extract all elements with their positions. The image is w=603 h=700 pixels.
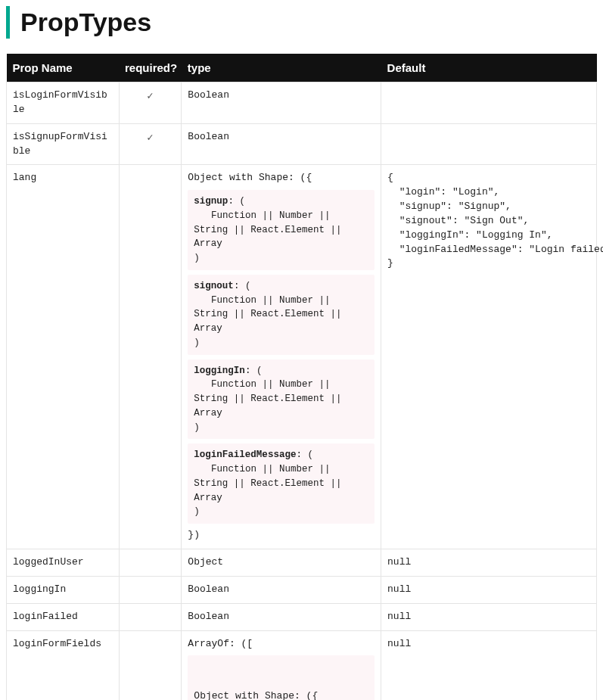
prop-default: null	[381, 549, 597, 577]
inner-shape-header: Object with Shape: ({	[194, 689, 368, 700]
table-row: loginFailed Boolean null	[7, 603, 597, 630]
prop-default	[381, 82, 597, 124]
prop-default: { "login": "Login", "signup": "Signup", …	[381, 165, 597, 549]
shape-key: loginFailedMessage	[194, 450, 296, 460]
check-icon: ✓	[147, 90, 153, 102]
shape-field-body: Function || Number || String || React.El…	[194, 464, 347, 517]
col-header-name: Prop Name	[7, 54, 120, 82]
prop-name: lang	[7, 165, 120, 549]
prop-type: Object with Shape: ({ signup: ( Function…	[182, 165, 381, 549]
col-header-default: Default	[381, 54, 597, 82]
prop-required: ✓	[119, 123, 182, 165]
proptypes-table: Prop Name required? type Default isLogin…	[6, 54, 597, 700]
table-row: loginFormFields ArrayOf: ([ Object with …	[7, 630, 597, 700]
check-icon: ✓	[147, 132, 153, 144]
table-row: lang Object with Shape: ({ signup: ( Fun…	[7, 165, 597, 549]
prop-type: Boolean	[182, 123, 381, 165]
prop-required	[119, 165, 182, 549]
prop-name: loggingIn	[7, 576, 120, 603]
prop-type: Boolean	[182, 576, 381, 603]
prop-required	[119, 630, 182, 700]
table-row: loggingIn Boolean null	[7, 576, 597, 603]
prop-default: null	[381, 630, 597, 700]
prop-type: Object	[182, 549, 381, 577]
arrayof-inner: Object with Shape: ({ element: ( Object …	[188, 655, 375, 700]
prop-default	[381, 123, 597, 165]
shape-key: signup	[194, 196, 228, 207]
prop-type: Boolean	[182, 603, 381, 630]
col-header-required: required?	[119, 54, 182, 82]
prop-name: isLoginFormVisible	[7, 82, 120, 124]
shape-key: loggingIn	[194, 366, 245, 376]
arrayof-header: ArrayOf: ([	[188, 637, 375, 652]
shape-key: signout	[194, 281, 234, 291]
table-row: loggedInUser Object null	[7, 549, 597, 577]
prop-required	[119, 549, 182, 577]
table-header-row: Prop Name required? type Default	[7, 54, 597, 82]
prop-type: ArrayOf: ([ Object with Shape: ({ elemen…	[182, 630, 381, 700]
table-row: isSignupFormVisible ✓ Boolean	[7, 123, 597, 165]
col-header-type: type	[182, 54, 381, 82]
prop-name: loggedInUser	[7, 549, 120, 577]
shape-field: signup: ( Function || Number || String |…	[188, 190, 375, 270]
shape-field: loginFailedMessage: ( Function || Number…	[188, 443, 375, 524]
prop-name: loginFailed	[7, 603, 120, 630]
prop-name: loginFormFields	[7, 630, 120, 700]
shape-field-body: Function || Number || String || React.El…	[194, 379, 347, 432]
prop-default: null	[381, 576, 597, 603]
prop-type: Boolean	[182, 82, 381, 124]
shape-field: signout: ( Function || Number || String …	[188, 275, 375, 355]
prop-required	[119, 603, 182, 630]
table-row: isLoginFormVisible ✓ Boolean	[7, 82, 597, 124]
prop-default: null	[381, 603, 597, 630]
shape-footer: })	[188, 528, 375, 543]
prop-name: isSignupFormVisible	[7, 123, 120, 165]
shape-field-body: Function || Number || String || React.El…	[194, 295, 347, 348]
default-json: { "login": "Login", "signup": "Signup", …	[387, 171, 590, 271]
shape-field-body: Function || Number || String || React.El…	[194, 210, 347, 263]
shape-header: Object with Shape: ({	[188, 171, 375, 185]
page-title: PropTypes	[6, 6, 597, 39]
prop-required	[119, 576, 182, 603]
prop-required: ✓	[119, 82, 182, 124]
shape-field: loggingIn: ( Function || Number || Strin…	[188, 359, 375, 440]
